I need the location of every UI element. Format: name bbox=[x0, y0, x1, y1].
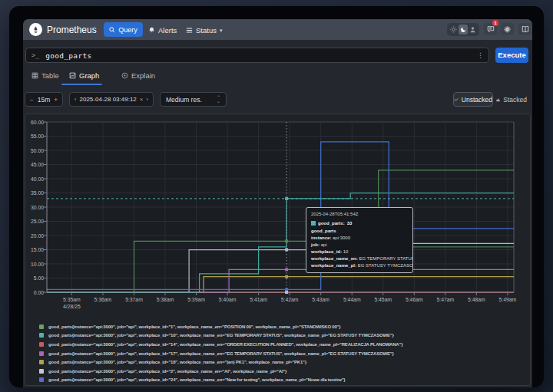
tooltip-label-row: workplace_id: 10 bbox=[311, 249, 408, 255]
stacked-button[interactable]: Stacked bbox=[496, 92, 527, 107]
legend-swatch bbox=[39, 360, 44, 364]
legend-item[interactable]: good_parts{instance="api:3000", job="api… bbox=[39, 357, 402, 367]
range-value: 15m bbox=[38, 96, 51, 104]
legend-item[interactable]: good_parts{instance="api:3000", job="api… bbox=[39, 322, 402, 331]
tooltip-label-row: workplace_name_pl: EG STATUSY TYMCZASOWE bbox=[311, 262, 408, 269]
status-icon bbox=[186, 27, 193, 34]
legend-swatch bbox=[39, 351, 44, 356]
legend-item[interactable]: good_parts{instance="api:3000", job="api… bbox=[39, 349, 402, 358]
nav-query-button[interactable]: Query bbox=[104, 22, 143, 37]
nav-status-menu[interactable]: Status ▾ bbox=[186, 26, 222, 35]
unstacked-button[interactable]: Unstacked bbox=[453, 92, 493, 107]
search-icon bbox=[109, 27, 115, 33]
tab-explain[interactable]: Explain bbox=[121, 71, 155, 80]
tooltip-label-row: workplace_name_en: EG TEMPORARY STATUS bbox=[311, 255, 408, 262]
select-arrows-icon: ⌃⌄ bbox=[217, 96, 220, 103]
expression-input[interactable]: >_ good_parts ⋮ bbox=[25, 48, 489, 63]
series-swatch bbox=[311, 221, 316, 226]
theme-system-icon[interactable] bbox=[468, 25, 478, 35]
chart-legend: good_parts{instance="api:3000", job="api… bbox=[39, 322, 402, 384]
legend-swatch bbox=[39, 324, 44, 329]
tooltip-timestamp: 2025-04-28T05:41:54Z bbox=[311, 211, 408, 218]
legend-item[interactable]: good_parts{instance="api:3000", job="api… bbox=[39, 367, 402, 376]
execute-button[interactable]: Execute bbox=[495, 48, 528, 63]
expression-text: good_parts bbox=[45, 51, 91, 60]
resolution-value: Medium res. bbox=[166, 96, 202, 104]
tab-table[interactable]: Table bbox=[31, 71, 59, 80]
unstacked-icon bbox=[454, 97, 459, 103]
graph-icon bbox=[69, 72, 76, 79]
theme-light-icon[interactable] bbox=[449, 25, 459, 35]
tooltip-metric: good_parts bbox=[311, 228, 408, 235]
navbar: Prometheus Query Alerts Status ▾ bbox=[23, 19, 532, 40]
legend-item[interactable]: good_parts{instance="api:3000", job="api… bbox=[39, 376, 402, 385]
notification-badge: 1 bbox=[492, 20, 498, 26]
screenshot-window: Prometheus Query Alerts Status ▾ bbox=[9, 6, 544, 387]
legend-swatch bbox=[39, 333, 44, 338]
prometheus-app: Prometheus Query Alerts Status ▾ bbox=[23, 19, 532, 387]
tab-graph[interactable]: Graph bbox=[69, 71, 99, 80]
app-title: Prometheus bbox=[47, 25, 97, 35]
range-increase[interactable]: + bbox=[54, 96, 58, 104]
prometheus-logo-icon[interactable] bbox=[29, 23, 42, 36]
table-icon bbox=[31, 72, 38, 79]
legend-swatch bbox=[39, 377, 44, 382]
prompt-icon: >_ bbox=[31, 51, 39, 59]
gear-icon bbox=[503, 25, 512, 34]
tooltip-value-row: good_parts:33 bbox=[311, 220, 408, 227]
range-picker[interactable]: − 15m + bbox=[25, 92, 63, 107]
tooltip-label-row: job: api bbox=[311, 242, 408, 249]
tooltip-label-row: instance: api:3000 bbox=[311, 235, 408, 242]
docs-button[interactable] bbox=[518, 23, 531, 35]
result-tabs: Table Graph Explain bbox=[23, 68, 532, 86]
datetime-picker[interactable]: ‹ 2025-04-28 03:49:12 × › bbox=[69, 92, 154, 107]
legend-swatch bbox=[39, 369, 44, 374]
stacked-icon bbox=[496, 97, 500, 103]
settings-button[interactable] bbox=[501, 23, 514, 35]
hover-tooltip: 2025-04-28T05:41:54Z good_parts:33 good_… bbox=[306, 207, 413, 273]
theme-dark-icon[interactable] bbox=[459, 25, 469, 35]
graph-panel: 0.005.0010.0015.0020.0025.0030.0035.0040… bbox=[25, 114, 531, 386]
legend-swatch bbox=[39, 342, 44, 347]
legend-item[interactable]: good_parts{instance="api:3000", job="api… bbox=[39, 340, 402, 349]
book-icon bbox=[522, 25, 529, 33]
chevron-down-icon: ▾ bbox=[220, 28, 223, 34]
explain-icon bbox=[121, 72, 128, 79]
range-decrease[interactable]: − bbox=[30, 96, 34, 104]
datetime-prev[interactable]: ‹ bbox=[75, 96, 77, 103]
bell-icon bbox=[148, 27, 155, 34]
nav-alerts-button[interactable]: Alerts bbox=[148, 26, 177, 35]
datetime-next[interactable]: › bbox=[146, 96, 148, 103]
datetime-value: 2025-04-28 03:49:12 bbox=[80, 96, 137, 103]
theme-toggle[interactable] bbox=[447, 23, 479, 36]
datetime-clear[interactable]: × bbox=[140, 96, 144, 103]
chat-icon bbox=[487, 25, 495, 33]
legend-item[interactable]: good_parts{instance="api:3000", job="api… bbox=[39, 331, 402, 341]
resolution-select[interactable]: Medium res. ⌃⌄ bbox=[160, 92, 227, 107]
input-kebab-icon[interactable]: ⋮ bbox=[477, 51, 484, 59]
active-tab-underline bbox=[61, 84, 102, 85]
